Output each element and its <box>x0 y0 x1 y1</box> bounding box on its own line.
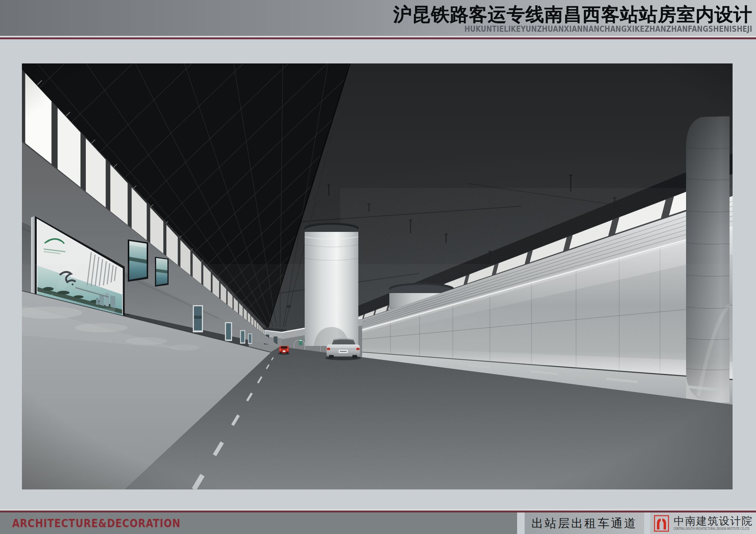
presentation-board: 沪昆铁路客运专线南昌西客站站房室内设计 HUKUNTIELIKEYUNZHUAN… <box>0 0 756 534</box>
title-block: 沪昆铁路客运专线南昌西客站站房室内设计 HUKUNTIELIKEYUNZHUAN… <box>393 0 752 36</box>
footer: ARCHITECTURE&DECORATION 出站层出租车通道 中南建筑设计院… <box>0 512 756 534</box>
company-name-cn: 中南建筑设计院 <box>674 516 756 526</box>
rendering-image <box>22 63 733 489</box>
page-title: 沪昆铁路客运专线南昌西客站站房室内设计 <box>393 5 752 24</box>
brand-text: ARCHITECTURE&DECORATION <box>12 512 181 534</box>
drawing-caption: 出站层出租车通道 <box>531 515 637 531</box>
company-logo-icon <box>654 515 669 532</box>
page-subtitle-pinyin: HUKUNTIELIKEYUNZHUANXIANNANCHANGXIKEZHAN… <box>443 25 752 34</box>
footer-divider <box>517 512 525 534</box>
content-area <box>0 39 756 509</box>
footer-divider <box>644 512 650 534</box>
caption-plate: 出站层出租车通道 <box>525 512 644 534</box>
logo-plate: 中南建筑设计院 CENTRAL-SOUTH ARCHITECTURAL DESI… <box>650 512 756 534</box>
vignette <box>22 63 733 489</box>
company-name-en: CENTRAL-SOUTH ARCHITECTURAL DESIGN INSTI… <box>674 528 749 531</box>
header: 沪昆铁路客运专线南昌西客站站房室内设计 HUKUNTIELIKEYUNZHUAN… <box>0 0 756 36</box>
company-name-block: 中南建筑设计院 CENTRAL-SOUTH ARCHITECTURAL DESI… <box>674 516 756 531</box>
